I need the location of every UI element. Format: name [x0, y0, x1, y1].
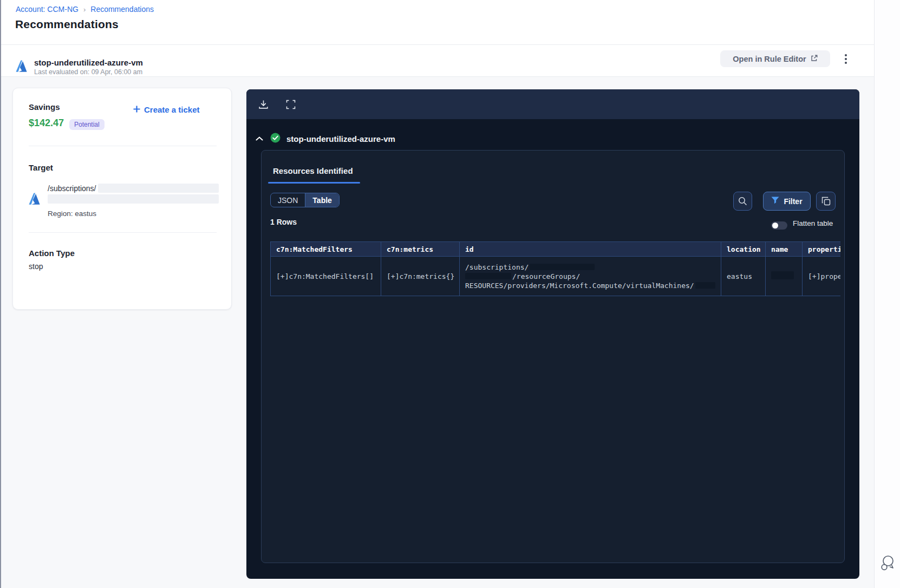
resource-id-line-3: RESOURCES/providers/Microsoft.Compute/vi…: [465, 281, 694, 290]
recommendation-summary-card: Savings Create a ticket $142.47 Potentia…: [12, 88, 232, 310]
open-in-rule-editor-button[interactable]: Open in Rule Editor: [720, 50, 830, 67]
cell-properties-expander[interactable]: [+]properties{}: [803, 257, 841, 296]
panel-rule-title: stop-underutilized-azure-vm: [286, 134, 395, 143]
col-header-id: id: [460, 242, 721, 257]
card-divider: [29, 146, 217, 146]
tab-resources-identified[interactable]: Resources Identified: [273, 166, 353, 175]
results-toolbar: [246, 89, 859, 119]
filter-label: Filter: [784, 197, 802, 206]
cell-matched-filters-expander[interactable]: [+]c7n:MatchedFilters[]: [271, 257, 381, 296]
azure-logo-icon: [16, 60, 30, 74]
open-in-rule-editor-label: Open in Rule Editor: [733, 55, 806, 63]
target-path: /subscriptions/: [48, 184, 96, 193]
savings-label: Savings: [29, 102, 60, 112]
breadcrumb: Account: CCM-NG › Recommendations: [16, 5, 154, 14]
view-mode-toggle: JSON Table: [270, 193, 340, 207]
copy-button[interactable]: [816, 192, 836, 211]
cell-location: eastus: [721, 257, 766, 296]
col-header-matched-filters: c7n:MatchedFilters: [271, 242, 381, 257]
rule-last-evaluated: Last evaluated on: 09 Apr, 06:00 am: [34, 68, 142, 76]
success-check-icon: [270, 133, 281, 145]
col-header-metrics: c7n:metrics: [381, 242, 460, 257]
azure-target-icon: [29, 193, 43, 207]
toggle-knob: [772, 223, 778, 228]
table-row: [+]c7n:MatchedFilters[] [+]c7n:metrics{}…: [271, 257, 841, 296]
plus-icon: [133, 105, 140, 114]
app-root: Account: CCM-NG › Recommendations Recomm…: [0, 0, 900, 588]
breadcrumb-recommendations-link[interactable]: Recommendations: [90, 5, 154, 14]
page-title: Recommendations: [15, 18, 119, 31]
col-header-properties: properties: [803, 242, 841, 257]
redacted-target-line: [48, 194, 219, 204]
resource-id-line-2: /resourceGroups/: [512, 272, 580, 281]
target-path-row: /subscriptions/: [48, 184, 219, 193]
savings-potential-badge: Potential: [69, 119, 105, 130]
help-chat-launcher-icon[interactable]: [879, 554, 896, 572]
cell-name: [766, 257, 803, 296]
rule-options-menu-button[interactable]: [840, 50, 852, 68]
rule-header-divider: [1, 76, 874, 77]
header-divider: [1, 44, 874, 45]
redacted-subscription-id: [98, 184, 219, 193]
results-panel: stop-underutilized-azure-vm Resources Id…: [246, 89, 859, 579]
fullscreen-button[interactable]: [285, 99, 297, 110]
view-table-option[interactable]: Table: [305, 193, 339, 207]
breadcrumb-separator-icon: ›: [83, 5, 86, 14]
create-ticket-label: Create a ticket: [144, 105, 200, 114]
resources-table: c7n:MatchedFilters c7n:metrics id locati…: [270, 241, 840, 296]
search-button[interactable]: [733, 192, 752, 211]
redacted-id-segment: [465, 273, 511, 279]
create-ticket-button[interactable]: Create a ticket: [133, 105, 200, 114]
collapse-chevron-up-icon[interactable]: [255, 135, 264, 142]
flatten-table-toggle[interactable]: [771, 221, 787, 230]
active-tab-underline: [268, 182, 360, 184]
external-link-icon: [811, 55, 818, 63]
view-json-option[interactable]: JSON: [271, 193, 305, 207]
breadcrumb-account-link[interactable]: Account: CCM-NG: [16, 5, 79, 14]
col-header-name: name: [766, 242, 803, 257]
rule-name: stop-underutilized-azure-vm: [34, 58, 143, 67]
target-label: Target: [29, 163, 53, 172]
target-region: Region: eastus: [48, 210, 96, 218]
resource-id-line-1: /subscriptions/: [465, 263, 529, 272]
filter-icon: [771, 197, 779, 206]
download-button[interactable]: [257, 99, 269, 110]
flatten-table-label: Flatten table: [793, 219, 833, 227]
cell-metrics-expander[interactable]: [+]c7n:metrics{}: [381, 257, 460, 296]
redacted-name-value: [771, 271, 794, 279]
action-type-value: stop: [29, 262, 43, 271]
resources-table-wrapper[interactable]: c7n:MatchedFilters c7n:metrics id locati…: [270, 241, 840, 297]
redacted-id-segment: [695, 282, 715, 289]
col-header-location: location: [721, 242, 766, 257]
filter-button[interactable]: Filter: [763, 192, 811, 211]
redacted-id-segment: [530, 264, 595, 270]
table-header-row: c7n:MatchedFilters c7n:metrics id locati…: [271, 242, 841, 257]
cell-resource-id: /subscriptions/ /resourceGroups/ RESOURC…: [460, 257, 721, 296]
card-divider: [29, 232, 217, 233]
action-type-label: Action Type: [29, 249, 75, 258]
row-count: 1 Rows: [270, 218, 297, 226]
right-gutter: [874, 0, 900, 588]
savings-amount: $142.47: [29, 117, 64, 129]
resources-card: Resources Identified JSON Table Filter: [261, 150, 845, 563]
